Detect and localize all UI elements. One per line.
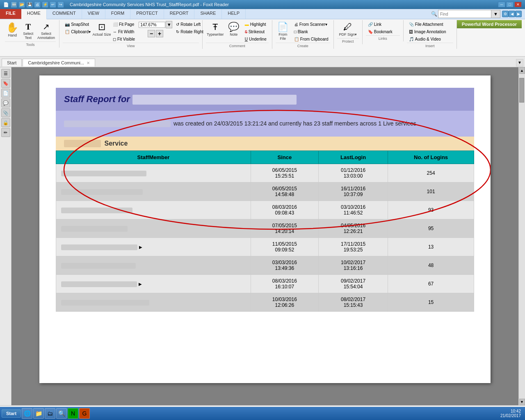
select-annotation-button[interactable]: ↗ SelectAnnotation [37, 21, 56, 41]
sidebar-lock-icon[interactable]: 🔒 [1, 118, 10, 127]
zoom-input[interactable] [139, 22, 165, 28]
underline-icon: U [245, 37, 248, 41]
sidebar-page-icon[interactable]: 📄 [1, 89, 10, 98]
taskbar-ie-icon[interactable]: 🌐 [22, 408, 32, 419]
col-last-login: LastLogin [318, 151, 388, 164]
tab-close-button[interactable]: ✕ [87, 61, 90, 65]
taskbar-files-icon[interactable]: 🗂 [45, 408, 55, 419]
tab-comment[interactable]: COMMENT [47, 9, 82, 19]
scroll-down-button[interactable]: ▼ [519, 399, 525, 405]
clipboard-button[interactable]: 📋 Clipboard▾ [63, 28, 93, 35]
from-file-button[interactable]: 📄 FromFile [276, 21, 290, 42]
redo-icon[interactable]: ↪ [57, 1, 64, 8]
staff-name-cell [56, 219, 251, 238]
taskbar-time: 10:42 21/02/2017 [498, 409, 523, 418]
select-annotation-icon: ↗ [43, 23, 50, 31]
ribbon-group-insert: 📎 File Attachment 🖼 Image Annotation 🎵 A… [404, 20, 457, 49]
open-icon[interactable]: 📂 [18, 1, 25, 8]
minimize-button[interactable]: ─ [498, 2, 505, 7]
note-button[interactable]: 💬 Note [226, 21, 241, 38]
tab-home[interactable]: HOME [21, 9, 47, 19]
taskbar-app-icon[interactable]: G [79, 408, 90, 419]
ribbon-group-view: 📷 SnapShot 📋 Clipboard▾ ⊡ Actual Size [59, 20, 203, 49]
settings-icon[interactable]: ⚙ [502, 11, 509, 17]
link-icon: 🔗 [368, 22, 373, 27]
nav-back-icon[interactable]: ◀ [509, 11, 515, 17]
scroll-thumb[interactable] [519, 78, 524, 103]
tab-report[interactable]: REPORT [164, 9, 195, 19]
sidebar-bookmark-icon[interactable]: 🔖 [1, 79, 10, 88]
highlight-button[interactable]: ▬ Highlight [243, 21, 269, 28]
file-attachment-button[interactable]: 📎 File Attachment [407, 21, 445, 28]
word-processor-button[interactable]: Powerful Word Processor [457, 20, 522, 28]
search-button[interactable]: ▼ [491, 10, 500, 18]
tab-start[interactable]: Start [2, 59, 22, 66]
image-annotation-button[interactable]: 🖼 Image Annotation [407, 28, 448, 35]
snapshot-button[interactable]: 📷 SnapShot [63, 21, 93, 28]
search-input[interactable] [438, 10, 491, 18]
hand-icon: ✋ [6, 23, 18, 32]
restore-button[interactable]: □ [506, 2, 514, 7]
since-cell: 10/03/2016 12:06:26 [251, 293, 318, 312]
taskbar-notes-icon[interactable]: N [68, 408, 78, 419]
tab-protect[interactable]: PROTECT [130, 9, 164, 19]
taskbar-folder-icon[interactable]: 📁 [33, 408, 44, 419]
logins-cell: 93 [388, 201, 474, 219]
start-button[interactable]: Start [2, 409, 21, 418]
underline-button[interactable]: U Underline [243, 36, 269, 43]
fit-page-button[interactable]: ⬜ Fit Page [111, 21, 137, 28]
tab-file[interactable]: FILE [0, 9, 21, 19]
note-label: Note [230, 32, 237, 37]
snapshot-label: SnapShot [71, 22, 89, 27]
sidebar-attach-icon[interactable]: 📎 [1, 108, 10, 117]
hand-tool-button[interactable]: ✋ Hand [5, 21, 20, 39]
actual-size-button[interactable]: ⊡ Actual Size [94, 21, 109, 38]
scroll-up-button[interactable]: ▲ [519, 67, 525, 74]
from-scanner-button[interactable]: 🖨 From Scanner▾ [292, 21, 331, 28]
tab-document[interactable]: Cambridgeshire Communi... ✕ [23, 59, 95, 66]
logins-cell: 48 [388, 256, 474, 275]
zoom-minus-button[interactable]: − [148, 30, 155, 37]
strikeout-button[interactable]: S̶ Strikeout [243, 28, 269, 35]
tab-dropdown-button[interactable]: ▼ [516, 59, 523, 66]
audio-video-button[interactable]: 🎵 Audio & Video [407, 36, 443, 43]
rotate-left-button[interactable]: ↺ Rotate Left [174, 21, 205, 28]
col-logins: No. of Logins [388, 151, 474, 164]
tab-view[interactable]: VIEW [82, 9, 105, 19]
ribbon-group-links: 🔗 Link 🔖 Bookmark Links [363, 20, 404, 41]
new-icon[interactable]: 🆕 [11, 1, 17, 8]
undo-icon[interactable]: ↩ [50, 1, 56, 8]
select-text-button[interactable]: 𝐓 SelectText [21, 21, 36, 41]
tab-share[interactable]: SHARE [194, 9, 222, 19]
close-button[interactable]: ✕ [514, 2, 522, 7]
col-staff-member: StaffMember [56, 151, 251, 164]
rotate-right-button[interactable]: ↻ Rotate Right [174, 28, 205, 35]
taskbar-search-icon[interactable]: 🔍 [56, 408, 67, 419]
save-icon[interactable]: 💾 [26, 1, 33, 8]
pdf-sign-button[interactable]: 🖊 PDF Sign▾ [337, 21, 359, 38]
tab-document-label: Cambridgeshire Communi... [28, 60, 84, 65]
fit-visible-icon: ◻ [113, 37, 116, 41]
blank-button[interactable]: □ Blank [292, 28, 331, 35]
report-title: Staff Report for [64, 94, 466, 105]
nav-forward-icon[interactable]: ▶ [515, 11, 522, 17]
typewriter-button[interactable]: Ŧ Typewriter [206, 21, 225, 38]
sidebar-comment-icon[interactable]: 💬 [1, 98, 10, 107]
zoom-expand-button[interactable]: ▼ [166, 21, 172, 28]
zoom-plus-button[interactable]: + [156, 30, 163, 37]
tab-help[interactable]: HELP [222, 9, 246, 19]
quick-print-icon[interactable]: ⚡ [42, 1, 48, 8]
print-icon[interactable]: 🖨 [34, 1, 41, 8]
tab-form[interactable]: FORM [105, 9, 130, 19]
sidebar-stamp-icon[interactable]: ✏ [1, 128, 10, 137]
bookmark-button[interactable]: 🔖 Bookmark [366, 28, 395, 35]
service-blurred [64, 140, 101, 147]
link-button[interactable]: 🔗 Link [366, 21, 383, 28]
sidebar-nav-icon[interactable]: ☰ [1, 69, 10, 78]
image-annotation-label: Image Annotation [414, 30, 446, 34]
links-group-label: Links [366, 35, 400, 41]
from-clipboard-button[interactable]: 📋 From Clipboard [292, 36, 331, 43]
scrollbar[interactable]: ▲ ▼ [518, 67, 525, 405]
fit-visible-button[interactable]: ◻ Fit Visible [111, 36, 137, 43]
fit-width-button[interactable]: ↔ Fit Width [111, 28, 137, 35]
